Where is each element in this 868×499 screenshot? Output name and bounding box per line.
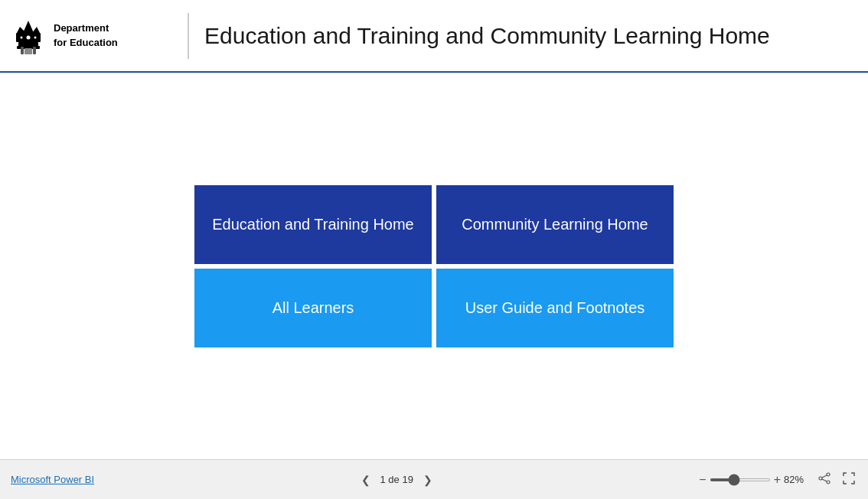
svg-point-15 [827,481,830,484]
header: Department for Education Education and T… [0,0,868,73]
footer-center: ❮ 1 de 19 ❯ [357,472,436,488]
svg-rect-10 [21,47,24,54]
page-indicator: 1 de 19 [380,474,413,485]
fullscreen-button[interactable] [840,470,857,490]
tile-all-learners[interactable]: All Learners [194,269,432,347]
footer: Microsoft Power BI ❮ 1 de 19 ❯ − + 82% [0,459,868,499]
zoom-percentage: 82% [784,474,808,485]
dept-name-text: Department for Education [54,21,118,49]
prev-page-button[interactable]: ❮ [357,472,374,488]
page-title-area: Education and Training and Community Lea… [189,22,859,50]
svg-rect-11 [33,47,36,54]
svg-line-17 [822,479,827,481]
zoom-control: − + 82% [699,473,808,487]
tile-user-guide-footnotes[interactable]: User Guide and Footnotes [436,269,674,347]
logo-area: Department for Education [9,13,189,59]
footer-right: − + 82% [699,470,857,490]
svg-point-9 [34,36,37,38]
crest-icon [9,13,47,59]
zoom-in-button[interactable]: + [774,473,781,487]
tile-community-learning-home[interactable]: Community Learning Home [436,185,674,264]
svg-point-13 [827,473,830,476]
svg-marker-5 [32,27,40,33]
svg-point-7 [27,35,31,39]
zoom-slider[interactable] [710,478,771,481]
svg-rect-12 [24,48,32,54]
svg-point-14 [819,477,822,480]
powerbi-link[interactable]: Microsoft Power BI [11,474,94,485]
tile-grid: Education and Training Home Community Le… [194,185,674,347]
svg-marker-2 [23,21,34,33]
main-content: Education and Training Home Community Le… [0,73,868,459]
page-title: Education and Training and Community Lea… [204,22,859,50]
svg-point-8 [21,36,23,38]
share-button[interactable] [816,470,833,490]
footer-left: Microsoft Power BI [11,474,94,485]
svg-line-16 [822,475,827,478]
zoom-out-button[interactable]: − [699,473,706,487]
next-page-button[interactable]: ❯ [419,472,436,488]
tile-education-training-home[interactable]: Education and Training Home [194,185,432,264]
